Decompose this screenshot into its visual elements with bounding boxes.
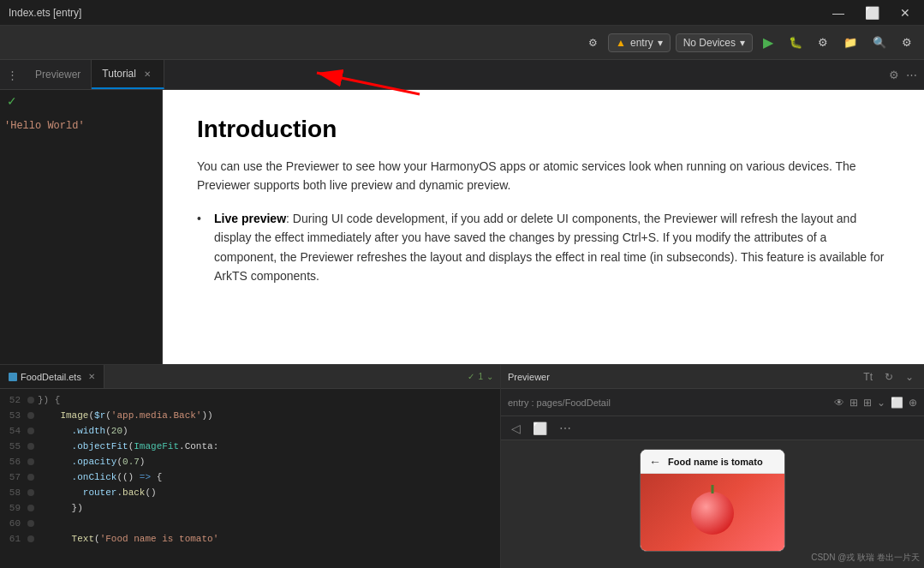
no-devices-label: No Devices xyxy=(683,37,736,49)
code-lines: 52 }) { 53 Image($r('app.media.Back')) 5… xyxy=(0,389,500,550)
previewer-header: Previewer Tt ↻ ⌄ xyxy=(501,365,924,389)
ets-file-icon xyxy=(9,373,17,381)
line-indicator xyxy=(27,443,34,450)
tab-tutorial-label: Tutorial xyxy=(102,68,136,80)
settings-icon: ⚙ xyxy=(588,37,598,49)
code-line-61: 61 Text('Food name is tomato' xyxy=(0,531,500,547)
line-indicator xyxy=(27,427,34,434)
eye-icon[interactable]: 👁 xyxy=(834,397,844,409)
bug-icon: 🐛 xyxy=(789,36,802,49)
entry-label: entry xyxy=(630,37,653,49)
phone-preview-body xyxy=(641,474,784,552)
editor-tab-bar: FoodDetail.ets ✕ ✓ 1 ⌄ xyxy=(0,365,500,389)
title-bar: Index.ets [entry] — ⬜ ✕ xyxy=(0,0,924,26)
chevron-down-icon: ▾ xyxy=(658,37,663,49)
tab-bar-actions: ⚙ ⋯ xyxy=(882,60,924,89)
nav-back-button[interactable]: ◁ xyxy=(508,420,524,437)
code-line-56: 56 .opacity(0.7) xyxy=(0,454,500,469)
tutorial-paragraph1: You can use the Previewer to see how you… xyxy=(197,157,890,195)
line-indicator xyxy=(27,458,34,465)
version-check-icon: ✓ xyxy=(468,372,474,381)
search-button[interactable]: 🔍 xyxy=(867,33,891,52)
previewer-content: ← Food name is tomato xyxy=(501,440,924,568)
check-mark-icon: ✓ xyxy=(7,94,17,108)
folder-button[interactable]: 📁 xyxy=(838,33,862,52)
grid-icon[interactable]: ⊞ xyxy=(863,397,872,409)
line-indicator xyxy=(27,535,34,542)
tab-bar: ⋮ Previewer Tutorial ✕ ⚙ ⋯ xyxy=(0,60,924,90)
line-indicator xyxy=(27,412,34,419)
live-preview-rest: : During UI code development, if you add… xyxy=(214,212,884,283)
expand-button[interactable]: ⌄ xyxy=(902,369,917,385)
gear-icon: ⚙ xyxy=(902,36,912,49)
phone-preview-header: ← Food name is tomato xyxy=(641,450,784,474)
previewer-nav: ◁ ⬜ ⋯ xyxy=(501,416,924,440)
tab-previewer[interactable]: Previewer xyxy=(25,60,92,89)
close-button[interactable]: ✕ xyxy=(895,4,915,21)
previewer-panel: Previewer Tt ↻ ⌄ entry : pages/FoodDetai… xyxy=(501,364,924,568)
version-chevron: ⌄ xyxy=(486,372,493,381)
layer-icon[interactable]: ⊞ xyxy=(849,397,858,409)
zoom-icon[interactable]: ⊕ xyxy=(909,397,917,409)
window-title: Index.ets [entry] xyxy=(9,7,81,19)
code-line-58: 58 router.back() xyxy=(0,485,500,500)
code-line-55: 55 .objectFit(ImageFit.Conta: xyxy=(0,439,500,454)
hello-world-code: 'Hello World' xyxy=(4,120,85,132)
version-number: 1 xyxy=(478,372,483,381)
resize-icon[interactable]: ⬜ xyxy=(891,397,903,409)
line-indicator xyxy=(27,505,34,511)
search-icon: 🔍 xyxy=(873,36,886,49)
devices-chevron-icon: ▾ xyxy=(740,37,745,49)
line-indicator xyxy=(27,397,34,404)
entry-button[interactable]: ▲ entry ▾ xyxy=(608,33,671,52)
line-indicator xyxy=(27,520,34,527)
tomato-stem xyxy=(712,485,714,493)
previewer-toolbar: Tt ↻ ⌄ xyxy=(860,369,917,385)
build-icon: ⚙ xyxy=(818,36,828,49)
line-indicator xyxy=(27,474,34,481)
nav-home-button[interactable]: ⬜ xyxy=(529,420,551,437)
gear-button[interactable]: ⚙ xyxy=(897,33,917,52)
maximize-button[interactable]: ⬜ xyxy=(860,4,885,21)
page-path: entry : pages/FoodDetail xyxy=(508,398,611,408)
tutorial-list-item-1: Live preview: During UI code development… xyxy=(197,209,890,286)
bottom-split: FoodDetail.ets ✕ ✓ 1 ⌄ 52 }) { 53 xyxy=(0,364,924,568)
tab-tutorial-close[interactable]: ✕ xyxy=(141,69,153,80)
tt-button[interactable]: Tt xyxy=(860,369,876,385)
phone-back-arrow: ← xyxy=(649,455,661,469)
code-line-54: 54 .width(20) xyxy=(0,423,500,439)
play-icon: ▶ xyxy=(763,34,773,51)
line-indicator xyxy=(27,489,34,496)
minimize-button[interactable]: — xyxy=(827,4,849,21)
no-devices-button[interactable]: No Devices ▾ xyxy=(676,33,753,52)
build-button[interactable]: ⚙ xyxy=(813,33,833,52)
window-controls: — ⬜ ✕ xyxy=(827,4,915,21)
tab-settings-icon[interactable]: ⚙ xyxy=(889,69,899,81)
code-line-53: 53 Image($r('app.media.Back')) xyxy=(0,408,500,423)
debug-button[interactable]: 🐛 xyxy=(784,33,808,52)
tab-previewer-label: Previewer xyxy=(35,69,80,81)
grid-chevron-icon[interactable]: ⌄ xyxy=(877,397,885,409)
nav-more-button[interactable]: ⋯ xyxy=(556,420,575,437)
tomato-image xyxy=(691,492,734,535)
tab-more-actions-icon[interactable]: ⋯ xyxy=(906,69,917,81)
code-line-59: 59 }) xyxy=(0,500,500,516)
refresh-button[interactable]: ↻ xyxy=(881,369,897,385)
live-preview-bold: Live preview xyxy=(214,212,286,225)
tutorial-list: Live preview: During UI code development… xyxy=(197,209,890,286)
settings-icon-btn[interactable]: ⚙ xyxy=(583,33,603,52)
subheader-icons: 👁 ⊞ ⊞ ⌄ ⬜ ⊕ xyxy=(834,397,917,409)
tab-tutorial[interactable]: Tutorial ✕ xyxy=(92,60,164,89)
folder-icon: 📁 xyxy=(844,36,857,49)
play-button[interactable]: ▶ xyxy=(758,31,778,54)
code-editor-bottom: FoodDetail.ets ✕ ✓ 1 ⌄ 52 }) { 53 xyxy=(0,364,501,568)
main-toolbar: ⚙ ▲ entry ▾ No Devices ▾ ▶ 🐛 ⚙ 📁 🔍 ⚙ xyxy=(0,26,924,60)
phone-page-title: Food name is tomato xyxy=(668,457,763,467)
code-line-52: 52 }) { xyxy=(0,392,500,408)
previewer-subheader: entry : pages/FoodDetail 👁 ⊞ ⊞ ⌄ ⬜ ⊕ xyxy=(501,389,924,416)
tab-more-icon[interactable]: ⋮ xyxy=(0,60,25,89)
editor-tab-close[interactable]: ✕ xyxy=(88,372,95,381)
code-line-57: 57 .onClick(() => { xyxy=(0,469,500,485)
editor-tab-label: FoodDetail.ets xyxy=(21,372,81,382)
editor-tab-fooddetail[interactable]: FoodDetail.ets ✕ xyxy=(0,365,104,388)
